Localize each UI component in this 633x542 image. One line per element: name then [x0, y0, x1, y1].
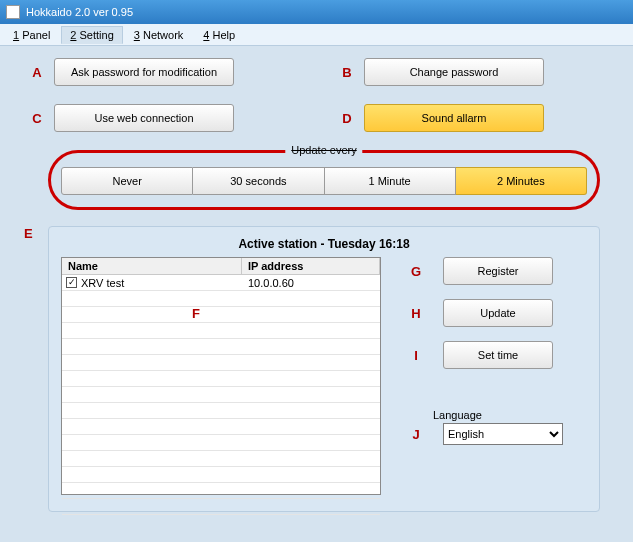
marker-i: I: [399, 348, 433, 363]
set-time-button[interactable]: Set time: [443, 341, 553, 369]
table-row[interactable]: [62, 403, 380, 419]
table-row[interactable]: [62, 307, 380, 323]
active-station-panel: Active station - Tuesday 16:18 Name IP a…: [48, 226, 600, 512]
table-row[interactable]: [62, 419, 380, 435]
update-option-2[interactable]: 1 Minute: [325, 167, 456, 195]
table-row[interactable]: [62, 483, 380, 499]
ask-password-button[interactable]: Ask password for modification: [54, 58, 234, 86]
table-row[interactable]: [62, 435, 380, 451]
titlebar: Hokkaido 2.0 ver 0.95: [0, 0, 633, 24]
menu-network[interactable]: 3 Network: [125, 26, 193, 44]
table-row[interactable]: ✓XRV test10.0.0.60: [62, 275, 380, 291]
row-name: XRV test: [81, 277, 124, 289]
table-row[interactable]: [62, 339, 380, 355]
language-label: Language: [433, 409, 587, 421]
marker-b: B: [330, 65, 364, 80]
settings-content: A Ask password for modification B Change…: [0, 46, 633, 524]
marker-e: E: [24, 226, 33, 241]
sound-alarm-button[interactable]: Sound allarm: [364, 104, 544, 132]
menu-setting[interactable]: 2 Setting: [61, 26, 122, 44]
table-row[interactable]: [62, 355, 380, 371]
menu-help[interactable]: 4 Help: [194, 26, 244, 44]
station-table[interactable]: Name IP address ✓XRV test10.0.0.60 F: [61, 257, 381, 495]
menu-panel[interactable]: 1 Panel: [4, 26, 59, 44]
marker-d: D: [330, 111, 364, 126]
update-option-0[interactable]: Never: [61, 167, 193, 195]
update-option-3[interactable]: 2 Minutes: [456, 167, 587, 195]
table-row[interactable]: [62, 323, 380, 339]
table-row[interactable]: [62, 467, 380, 483]
window-title: Hokkaido 2.0 ver 0.95: [26, 0, 133, 24]
update-every-group: Update every Never30 seconds1 Minute2 Mi…: [48, 150, 600, 210]
marker-j: J: [399, 427, 433, 442]
update-button[interactable]: Update: [443, 299, 553, 327]
marker-g: G: [399, 264, 433, 279]
col-name[interactable]: Name: [62, 258, 242, 274]
register-button[interactable]: Register: [443, 257, 553, 285]
table-row[interactable]: [62, 387, 380, 403]
use-web-button[interactable]: Use web connection: [54, 104, 234, 132]
update-option-1[interactable]: 30 seconds: [193, 167, 324, 195]
app-icon: [6, 5, 20, 19]
table-row[interactable]: [62, 371, 380, 387]
table-row[interactable]: [62, 291, 380, 307]
update-every-label: Update every: [285, 144, 362, 156]
marker-h: H: [399, 306, 433, 321]
row-ip: 10.0.0.60: [242, 277, 380, 289]
marker-c: C: [20, 111, 54, 126]
table-row[interactable]: [62, 499, 380, 515]
panel-title: Active station - Tuesday 16:18: [61, 237, 587, 251]
col-ip[interactable]: IP address: [242, 258, 380, 274]
row-checkbox[interactable]: ✓: [66, 277, 77, 288]
marker-a: A: [20, 65, 54, 80]
language-select[interactable]: English: [443, 423, 563, 445]
table-row[interactable]: [62, 451, 380, 467]
menubar: 1 Panel 2 Setting 3 Network 4 Help: [0, 24, 633, 46]
marker-f: F: [192, 306, 200, 321]
change-password-button[interactable]: Change password: [364, 58, 544, 86]
